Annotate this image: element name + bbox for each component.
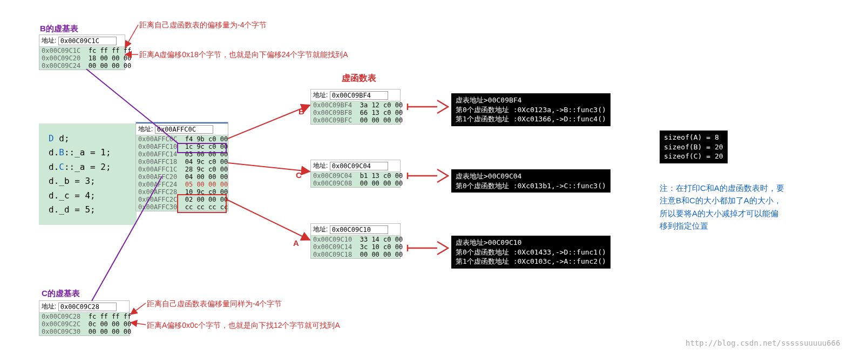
- mem-row: 0x00AFFC0C f4 9b c0 00: [136, 135, 228, 143]
- addr-input-main[interactable]: [155, 125, 213, 134]
- mem-row: 0x00C09C18 00 00 00 00: [311, 251, 400, 258]
- console-b: 虚表地址>00C09BF4 第0个虚函数地址 :0Xc0123a,->B::fu…: [451, 93, 611, 126]
- addr-label: 地址:: [42, 36, 56, 45]
- mem-row: 0x00C09BF8 66 13 c0 00: [311, 109, 400, 116]
- addr-label: 地址:: [313, 225, 328, 234]
- note-offset-a-c: 距离A偏移0x0c个字节，也就是向下找12个字节就可找到A: [147, 321, 340, 331]
- panel-vft-b: 地址: 0x00C09BF4 3a 12 c0 00 0x00C09BF8 66…: [310, 89, 401, 125]
- mem-row: 0x00C09C10 33 14 c0 00: [311, 236, 400, 243]
- code-block: D d; d.B::_a = 1; d.C::_a = 2; d._b = 3;…: [39, 123, 137, 225]
- note-offset-self-b: 距离自己虚函数表的偏移量为-4个字节: [139, 20, 267, 30]
- mem-row: 0x00C09C14 3c 10 c0 00: [311, 243, 400, 251]
- title-c-vbase: C的虚基表: [42, 289, 80, 299]
- addr-label: 地址:: [138, 125, 153, 134]
- label-b: B: [299, 107, 304, 116]
- mem-row: 0x00C09C30 00 00 00 00: [39, 328, 129, 335]
- panel-vft-a: 地址: 0x00C09C10 33 14 c0 00 0x00C09C14 3c…: [310, 223, 401, 259]
- addr-input-c-vbase[interactable]: [58, 303, 117, 311]
- mem-row: 0x00C09C04 b1 13 c0 00: [311, 172, 400, 180]
- addr-label: 地址:: [313, 161, 328, 170]
- console-c: 虚表地址>00C09C04 第0个虚函数地址 :0Xc013b1,->C::fu…: [451, 169, 611, 193]
- addr-input-vft-c[interactable]: [330, 162, 388, 170]
- title-vftable: 虚函数表: [342, 73, 376, 84]
- label-c: C: [296, 170, 302, 180]
- svg-line-8: [131, 322, 146, 325]
- label-a: A: [293, 238, 299, 248]
- panel-c-vbase: 地址: 0x00C09C28 fc ff ff ff 0x00C09C2C 0c…: [39, 300, 130, 336]
- mem-row: 0x00C09C08 00 00 00 00: [311, 180, 400, 187]
- mem-row: 0x00C09C1C fc ff ff ff: [39, 47, 125, 54]
- highlight-red: [177, 194, 227, 213]
- svg-line-4: [228, 105, 310, 139]
- panel-vft-c: 地址: 0x00C09C04 b1 13 c0 00 0x00C09C08 00…: [310, 160, 401, 188]
- watermark: http://blog.csdn.net/sssssuuuuu666: [686, 339, 840, 347]
- note-blue: 注：在打印C和A的虚函数表时，要 注意B和C的大小都加了A的大小， 所以要将A的…: [660, 182, 784, 232]
- mem-row: 0x00AFFC1C 28 9c c0 00: [136, 166, 228, 173]
- addr-label: 地址:: [42, 302, 56, 311]
- svg-line-6: [227, 200, 310, 240]
- mem-row: 0x00C09BFC 00 00 00 00: [311, 116, 400, 124]
- mem-row: 0x00C09BF4 3a 12 c0 00: [311, 101, 400, 109]
- mem-row: 0x00AFFC24 05 00 00 00: [136, 181, 228, 188]
- addr-input-vft-a[interactable]: [330, 225, 388, 234]
- svg-line-0: [125, 25, 138, 47]
- mem-row: 0x00C09C28 fc ff ff ff: [39, 313, 129, 320]
- highlight-purple: [177, 143, 227, 153]
- addr-input-vft-b[interactable]: [330, 91, 388, 100]
- note-offset-self-c: 距离自己虚函数表偏移量同样为-4个字节: [147, 299, 282, 309]
- addr-label: 地址:: [313, 91, 328, 100]
- console-sizeof: sizeof(A) = 8 sizeof(B) = 20 sizeof(C) =…: [660, 131, 728, 163]
- svg-line-7: [131, 303, 146, 314]
- panel-b-vbase: 地址: 0x00C09C1C fc ff ff ff 0x00C09C20 18…: [39, 35, 125, 70]
- mem-row: 0x00AFFC20 04 00 00 00: [136, 173, 228, 181]
- title-b-vbase: B的虚基表: [40, 24, 78, 34]
- mem-row: 0x00C09C24 00 00 00 00: [39, 62, 125, 70]
- mem-row: 0x00C09C2C 0c 00 00 00: [39, 320, 129, 328]
- console-a: 虚表地址>00C09C10 第0个虚函数地址 :0Xc01433,->D::fu…: [451, 236, 611, 269]
- mem-row: 0x00C09C20 18 00 00 00: [39, 54, 125, 62]
- note-offset-a-b: 距离A虚偏移0x18个字节，也就是向下偏移24个字节就能找到A: [139, 50, 348, 60]
- addr-input-b-vbase[interactable]: [58, 37, 117, 45]
- mem-row: 0x00AFFC18 04 9c c0 00: [136, 158, 228, 166]
